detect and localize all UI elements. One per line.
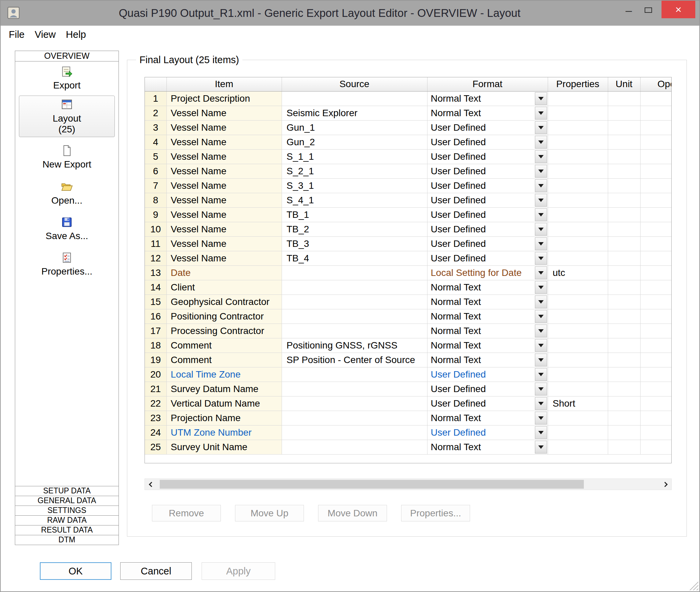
sidebar-tab-settings[interactable]: SETTINGS	[15, 506, 119, 515]
sidebar-item-layout[interactable]: Layout (25)	[19, 96, 115, 137]
cell-operator[interactable]	[640, 382, 672, 396]
cell-operator[interactable]	[640, 411, 672, 425]
cell-item[interactable]: Positioning Contractor	[166, 309, 282, 324]
menu-help[interactable]: Help	[66, 29, 86, 40]
cell-format[interactable]: User Defined	[427, 396, 548, 411]
cell-unit[interactable]	[608, 338, 640, 353]
cell-source[interactable]: Positioning GNSS, rGNSS	[282, 338, 427, 353]
cell-source[interactable]: Gun_2	[282, 135, 427, 149]
cell-operator[interactable]	[640, 135, 672, 149]
cell-operator[interactable]	[640, 106, 672, 120]
cell-properties[interactable]: utc	[548, 265, 608, 280]
cell-row-number[interactable]: 23	[145, 411, 166, 425]
format-dropdown[interactable]: Normal Text	[427, 92, 548, 106]
dropdown-arrow-icon[interactable]	[535, 339, 547, 352]
cell-row-number[interactable]: 14	[145, 280, 166, 294]
cell-row-number[interactable]: 15	[145, 294, 166, 309]
cell-operator[interactable]	[640, 294, 672, 309]
cell-operator[interactable]	[640, 353, 672, 367]
format-dropdown[interactable]: User Defined	[427, 251, 548, 265]
dropdown-arrow-icon[interactable]	[535, 136, 547, 149]
cell-source[interactable]: TB_4	[282, 251, 427, 265]
cell-format[interactable]: Normal Text	[427, 309, 548, 324]
format-dropdown[interactable]: User Defined	[427, 193, 548, 207]
remove-button[interactable]: Remove	[152, 505, 221, 521]
cell-properties[interactable]: Short	[548, 396, 608, 411]
format-dropdown[interactable]: User Defined	[427, 150, 548, 164]
dropdown-arrow-icon[interactable]	[535, 252, 547, 265]
cell-source[interactable]	[282, 91, 427, 106]
column-header[interactable]: Source	[282, 77, 427, 91]
format-dropdown[interactable]: Normal Text	[427, 324, 548, 338]
maximize-button[interactable]	[639, 1, 658, 20]
table-row[interactable]: 21Survey Datum NameUser Defined	[145, 382, 672, 396]
table-row[interactable]: 12Vessel NameTB_4User Defined	[145, 251, 672, 265]
cell-format[interactable]: User Defined	[427, 164, 548, 178]
cell-item[interactable]: Vessel Name	[166, 236, 282, 251]
column-header[interactable]: Unit	[608, 77, 640, 91]
dropdown-arrow-icon[interactable]	[535, 266, 547, 279]
cell-row-number[interactable]: 3	[145, 120, 166, 135]
cell-item[interactable]: Local Time Zone	[166, 367, 282, 382]
cell-format[interactable]: Normal Text	[427, 91, 548, 106]
cell-item[interactable]: Vessel Name	[166, 135, 282, 149]
cell-unit[interactable]	[608, 149, 640, 164]
cell-properties[interactable]	[548, 193, 608, 207]
cell-properties[interactable]	[548, 367, 608, 382]
format-dropdown[interactable]: Normal Text	[427, 280, 548, 294]
table-row[interactable]: 11Vessel NameTB_3User Defined	[145, 236, 672, 251]
scroll-right-icon[interactable]	[658, 479, 671, 490]
cell-item[interactable]: Projection Name	[166, 411, 282, 425]
sidebar-item-properties[interactable]: Properties...	[42, 252, 93, 277]
dropdown-arrow-icon[interactable]	[535, 383, 547, 395]
cell-unit[interactable]	[608, 280, 640, 294]
cell-unit[interactable]	[608, 324, 640, 338]
cell-operator[interactable]	[640, 222, 672, 236]
cell-row-number[interactable]: 25	[145, 440, 166, 454]
format-dropdown[interactable]: User Defined	[427, 164, 548, 178]
cell-row-number[interactable]: 4	[145, 135, 166, 149]
table-row[interactable]: 14ClientNormal Text	[145, 280, 672, 294]
cell-item[interactable]: UTM Zone Number	[166, 425, 282, 440]
cell-item[interactable]: Project Description	[166, 91, 282, 106]
format-dropdown[interactable]: User Defined	[427, 237, 548, 251]
dropdown-arrow-icon[interactable]	[535, 426, 547, 439]
column-header[interactable]	[145, 77, 166, 91]
cell-format[interactable]: User Defined	[427, 236, 548, 251]
cell-format[interactable]: User Defined	[427, 222, 548, 236]
format-dropdown[interactable]: Local Setting for Date	[427, 266, 548, 280]
cell-item[interactable]: Vessel Name	[166, 193, 282, 207]
cell-properties[interactable]	[548, 309, 608, 324]
dropdown-arrow-icon[interactable]	[535, 237, 547, 250]
cell-properties[interactable]	[548, 294, 608, 309]
cell-properties[interactable]	[548, 440, 608, 454]
cell-properties[interactable]	[548, 324, 608, 338]
cell-operator[interactable]	[640, 367, 672, 382]
cell-source[interactable]: S_1_1	[282, 149, 427, 164]
cell-row-number[interactable]: 9	[145, 207, 166, 222]
cell-unit[interactable]	[608, 222, 640, 236]
cell-format[interactable]: Normal Text	[427, 338, 548, 353]
cell-operator[interactable]	[640, 236, 672, 251]
cell-source[interactable]	[282, 425, 427, 440]
scroll-left-icon[interactable]	[145, 479, 158, 490]
cell-properties[interactable]	[548, 338, 608, 353]
cell-source[interactable]	[282, 396, 427, 411]
sidebar-tab-result-data[interactable]: RESULT DATA	[15, 525, 119, 535]
scrollbar-thumb[interactable]	[160, 480, 584, 489]
format-dropdown[interactable]: User Defined	[427, 382, 548, 396]
cell-format[interactable]: User Defined	[427, 382, 548, 396]
sidebar-item-export[interactable]: Export	[53, 66, 81, 91]
table-row[interactable]: 16Positioning ContractorNormal Text	[145, 309, 672, 324]
sidebar-tab-general-data[interactable]: GENERAL DATA	[15, 496, 119, 506]
dropdown-arrow-icon[interactable]	[535, 107, 547, 120]
format-dropdown[interactable]: Normal Text	[427, 106, 548, 120]
cell-properties[interactable]	[548, 207, 608, 222]
cell-format[interactable]: Normal Text	[427, 106, 548, 120]
format-dropdown[interactable]: Normal Text	[427, 295, 548, 309]
dropdown-arrow-icon[interactable]	[535, 397, 547, 410]
cell-row-number[interactable]: 16	[145, 309, 166, 324]
dropdown-arrow-icon[interactable]	[535, 368, 547, 381]
cell-row-number[interactable]: 19	[145, 353, 166, 367]
table-row[interactable]: 8Vessel NameS_4_1User Defined	[145, 193, 672, 207]
